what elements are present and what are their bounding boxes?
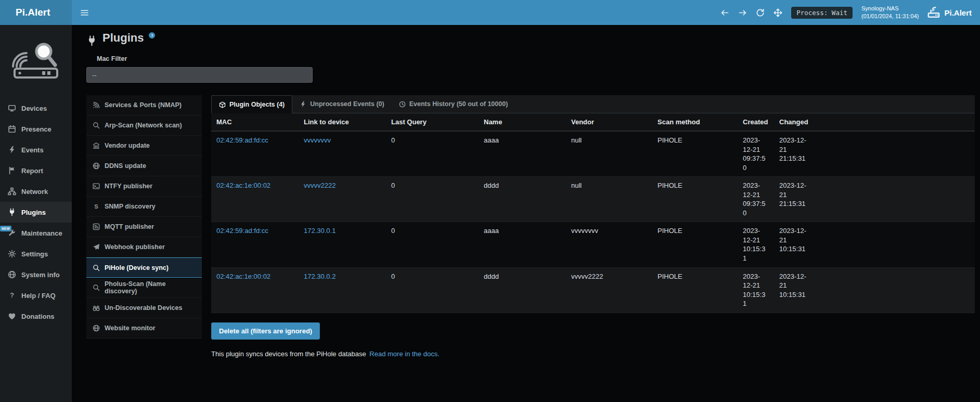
filler-cell [816,177,975,222]
device-link[interactable]: 172.30.0.2 [304,273,336,280]
tab-label: Plugin Objects (4) [229,101,285,108]
sidebar-item-label: Donations [21,313,55,320]
sidebar-item-donations[interactable]: Donations [0,306,72,327]
process-status-badge: Process: Wait [791,7,853,19]
sidebar-item-label: Maintenance [21,229,62,237]
device-link[interactable]: vvvvv2222 [304,181,336,189]
app-logo[interactable]: Pi.Alert [0,0,72,25]
name-cell: dddd [479,267,566,313]
sidebar-item-presence[interactable]: Presence [0,119,72,139]
sidebar-item-label: Settings [21,250,48,258]
table-row: 02:42:ac:1e:00:02172.30.0.20ddddvvvvv222… [211,267,975,313]
tab-bar: Plugin Objects (4)Unprocessed Events (0)… [211,95,975,113]
sidebar-item-settings[interactable]: Settings [0,243,72,264]
sidebar-item-events[interactable]: Events [0,139,72,160]
back-arrow-icon[interactable] [720,8,729,17]
plugin-nav: Services & Ports (NMAP)Arp-Scan (Network… [86,95,202,339]
heart-icon [8,312,16,320]
tab-label: Unprocessed Events (0) [310,100,384,108]
globe-icon [93,162,100,170]
changed-cell: 2023-12-21 10:15:31 [774,222,816,267]
plugin-nav-item-vendor-update[interactable]: Vendor update [86,136,202,156]
plugin-nav-label: NTFY publisher [105,183,152,190]
plugin-nav-item-webhook-publisher[interactable]: Webhook publisher [86,237,202,257]
tab-events-history-50-out-of-10000[interactable]: Events History (50 out of 10000) [392,95,515,113]
sidebar-item-system-info[interactable]: System info [0,264,72,285]
flag-icon [8,166,16,175]
sidebar-item-help-faq[interactable]: ?Help / FAQ [0,285,72,306]
mac-filter-input[interactable] [86,67,313,83]
help-badge[interactable]: ? [149,32,155,38]
cube-icon [219,101,226,108]
table-row: 02:42:59:ad:fd:ccvvvvvvvv0aaaanullPIHOLE… [211,131,975,177]
plugin-nav-item-ddns-update[interactable]: DDNS update [86,156,202,176]
sidebar-item-maintenance[interactable]: NEWMaintenance [0,223,72,243]
sidebar-item-plugins[interactable]: Plugins [0,202,72,223]
plugin-nav-item-ntfy-publisher[interactable]: NTFY publisher [86,176,202,197]
forward-arrow-icon[interactable] [738,8,747,17]
mac-link[interactable]: 02:42:59:ad:fd:cc [216,227,268,235]
filler-cell [816,222,975,267]
sidebar-item-network[interactable]: Network [0,181,72,202]
radar-icon [93,101,100,109]
plugin-nav-item-services-ports-nmap[interactable]: Services & Ports (NMAP) [86,95,202,115]
plugin-nav-item-un-discoverable-devices[interactable]: Un-Discoverable Devices [86,298,202,318]
move-icon[interactable] [773,8,782,17]
sidebar-menu: DevicesPresenceEventsReportNetworkPlugin… [0,98,72,327]
vendor-cell: null [566,131,652,177]
sidebar-item-label: Presence [21,125,51,133]
sidebar-item-devices[interactable]: Devices [0,98,72,119]
column-header-vendor: Vendor [566,113,652,131]
page-header: Plugins ? [86,31,975,45]
column-header-last-query: Last Query [386,113,479,131]
tab-unprocessed-events-0[interactable]: Unprocessed Events (0) [292,95,391,113]
sidebar-toggle-button[interactable] [72,0,97,25]
mac-link[interactable]: 02:42:ac:1e:00:02 [216,273,270,280]
router-icon [927,6,940,19]
changed-cell: 2023-12-21 21:15:31 [774,177,816,222]
question-icon: ? [8,291,16,300]
sitemap-icon [8,187,16,196]
bolt-icon [8,146,16,154]
plugin-nav-item-pholus-scan-name-discovery[interactable]: Pholus-Scan (Name discovery) [86,278,202,298]
created-cell: 2023-12-21 10:15:31 [738,267,774,313]
plugin-nav-label: Website monitor [105,325,156,332]
binoculars-icon [93,304,100,312]
created-cell: 2023-12-21 09:37:50 [738,131,774,177]
sidebar-item-report[interactable]: Report [0,160,72,181]
column-header-link-to-device: Link to device [299,113,386,131]
hamburger-icon [80,8,89,17]
plugin-nav-item-snmp-discovery[interactable]: SSNMP discovery [86,197,202,217]
plugin-nav-item-website-monitor[interactable]: Website monitor [86,318,202,339]
docs-link[interactable]: Read more in the docs. [369,350,439,358]
refresh-icon[interactable] [756,8,765,17]
filler-cell [816,267,975,313]
filler-cell [816,131,975,177]
mac-cell: 02:42:59:ad:fd:cc [211,131,299,177]
paper-plane-icon [93,243,100,251]
changed-cell: 2023-12-21 21:15:31 [774,131,816,177]
plugin-nav-label: Webhook publisher [105,243,165,251]
sidebar-item-label: Network [21,188,48,196]
plugin-nav-item-arp-scan-network-scan[interactable]: Arp-Scan (Network scan) [86,115,202,136]
mac-link[interactable]: 02:42:ac:1e:00:02 [216,181,270,189]
mac-cell: 02:42:ac:1e:00:02 [211,267,299,313]
last-query-cell: 0 [386,267,479,313]
plugin-nav-item-mqtt-publisher[interactable]: MQTT publisher [86,217,202,237]
delete-all-button[interactable]: Delete all (filters are ignored) [211,322,320,340]
mac-link[interactable]: 02:42:59:ad:fd:cc [216,136,268,144]
app-root: Pi.Alert Process: Wait Synology-NAS (01/… [0,0,980,402]
page-title: Plugins [102,31,144,45]
header-brand-right: Pi.Alert [927,6,972,19]
tab-plugin-objects-4[interactable]: Plugin Objects (4) [211,95,292,113]
device-link-cell: vvvvvvvv [299,131,386,177]
body-row: DevicesPresenceEventsReportNetworkPlugin… [0,25,980,402]
changed-cell: 2023-12-21 10:15:31 [774,267,816,313]
plugin-nav-item-pihole-device-sync[interactable]: PiHole (Device sync) [86,257,202,278]
terminal-icon [93,183,100,190]
created-cell: 2023-12-21 10:15:31 [738,222,774,267]
plugin-objects-table: MACLink to deviceLast QueryNameVendorSca… [211,113,975,313]
device-link[interactable]: 172.30.0.1 [304,227,336,235]
host-info: Synology-NAS (01/01/2024, 11:31:04) [861,5,919,21]
device-link[interactable]: vvvvvvvv [304,136,331,144]
